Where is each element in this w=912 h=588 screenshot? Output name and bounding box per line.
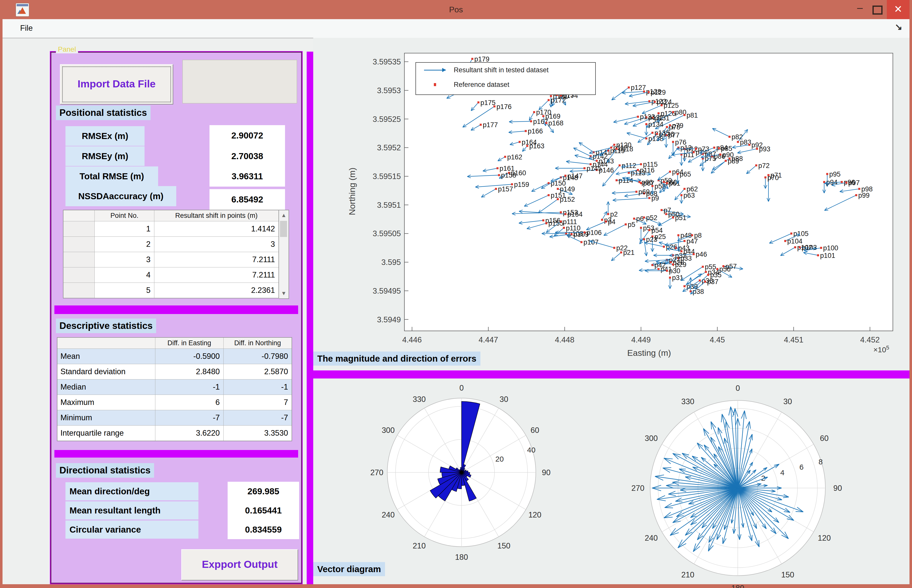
point-label: p48	[680, 232, 692, 239]
positional-stats-title: Positional statistics	[56, 105, 150, 120]
reference-point	[633, 218, 635, 220]
close-button[interactable]: ✕	[887, 0, 909, 19]
rmsex-label: RMSEx (m)	[65, 126, 145, 146]
reference-point	[565, 233, 567, 234]
reference-point	[533, 111, 535, 113]
reference-point	[546, 122, 547, 124]
point-label: p70	[767, 174, 779, 182]
quiver-caption: The magnitude and direction of errors	[313, 352, 480, 366]
panel-label: Panel	[56, 45, 78, 53]
point-label: p133	[640, 113, 655, 121]
minimize-button[interactable]: –	[851, 0, 869, 19]
x-tick-label: 4.452	[860, 335, 880, 344]
reference-point	[719, 153, 722, 156]
scroll-down-icon[interactable]: ▼	[279, 288, 289, 299]
point-label: p105	[793, 230, 809, 237]
reference-point	[705, 271, 707, 273]
polar-angle-label: 0	[736, 384, 740, 393]
mean-resultant-value: 0.165441	[228, 501, 299, 520]
polar-radius-label: 6	[799, 463, 804, 471]
import-data-button[interactable]: Import Data File	[60, 64, 173, 105]
polar-radius-label: 20	[495, 455, 504, 463]
reference-point	[713, 147, 715, 149]
point-label: p175	[480, 99, 496, 107]
point-label: p162	[507, 153, 522, 161]
reference-point	[666, 270, 668, 272]
table-row: Minimum-7-7	[57, 410, 292, 426]
point-label: p69	[639, 188, 650, 195]
x-tick-label: 4.451	[784, 335, 804, 344]
table-row: Standard deviation2.84802.5870	[57, 364, 292, 380]
reference-point	[677, 234, 680, 236]
reference-point	[856, 194, 857, 196]
polar-angle-label: 90	[542, 468, 550, 477]
plot-legend[interactable]: Resultant shift in tested dataset Refere…	[415, 62, 596, 95]
mean-direction-value: 269.985	[228, 482, 299, 501]
y-tick-label: 3.5951	[377, 201, 401, 210]
maximize-icon	[872, 6, 883, 15]
point-label: p177	[483, 121, 498, 129]
maximize-button[interactable]	[869, 0, 886, 19]
reference-point	[580, 241, 583, 243]
menu-file[interactable]: File	[16, 19, 37, 37]
col-header-shift: Resultant shift in points (m)	[154, 210, 279, 221]
reference-point	[620, 251, 622, 253]
reference-point	[663, 181, 665, 183]
point-label: p13	[680, 144, 692, 152]
col-header-northing: Diff. in Northing	[223, 338, 292, 349]
reference-point	[480, 124, 482, 126]
reference-point	[680, 194, 682, 196]
y-tick-label: 3.59505	[373, 229, 401, 238]
reference-point	[565, 175, 567, 177]
reference-point	[683, 240, 685, 242]
reference-point	[640, 163, 642, 165]
scroll-up-icon[interactable]: ▲	[279, 210, 289, 220]
reference-point	[823, 181, 825, 183]
export-output-button[interactable]: Expport Output	[181, 549, 298, 580]
reference-point	[548, 194, 550, 196]
y-tick-label: 3.59535	[373, 57, 401, 66]
reference-point	[663, 246, 665, 248]
reference-point	[683, 188, 685, 190]
control-panel: Import Data File Positional statistics R…	[50, 52, 302, 584]
reference-point	[548, 99, 550, 101]
reference-point	[571, 233, 573, 235]
reference-point	[717, 268, 718, 270]
dock-arrow-icon[interactable]: ↘	[895, 22, 902, 32]
point-label: p23	[646, 236, 657, 243]
reference-point	[643, 216, 645, 218]
total-rmse-value: 3.96311	[210, 166, 285, 187]
point-label: p125	[664, 102, 679, 109]
red-dot-legend-icon	[416, 83, 454, 86]
reference-point	[601, 219, 603, 221]
reference-point	[557, 188, 559, 190]
point-label: p176	[497, 103, 512, 111]
reference-point	[707, 274, 709, 276]
reference-point	[794, 246, 796, 248]
point-label: p46	[696, 250, 707, 258]
reference-point	[530, 120, 532, 123]
polar-angle-label: 30	[500, 395, 508, 404]
reference-point	[764, 176, 767, 179]
menu-bar: File ↘	[3, 19, 909, 38]
reference-point	[504, 156, 506, 158]
polar-angle-label: 330	[413, 395, 426, 404]
reference-point	[607, 213, 609, 215]
reference-point	[643, 238, 645, 240]
axis-multiplier: ×105	[873, 344, 889, 354]
magenta-horizontal-divider	[313, 370, 909, 378]
polar-radius-label: 8	[818, 457, 823, 466]
focus-outline	[62, 66, 171, 102]
reference-point	[702, 266, 704, 268]
reference-point	[661, 209, 663, 211]
reference-point	[647, 91, 650, 93]
scroll-thumb[interactable]	[280, 221, 287, 237]
corner-cell	[57, 338, 155, 349]
y-tick-label: 3.59515	[373, 172, 401, 181]
reference-point	[546, 222, 547, 224]
point-label: p101	[820, 252, 835, 259]
reference-point	[695, 148, 697, 150]
reference-point	[646, 137, 647, 139]
table-scrollbar[interactable]: ▲ ▼	[279, 210, 289, 299]
y-tick-label: 3.5949	[377, 315, 401, 324]
